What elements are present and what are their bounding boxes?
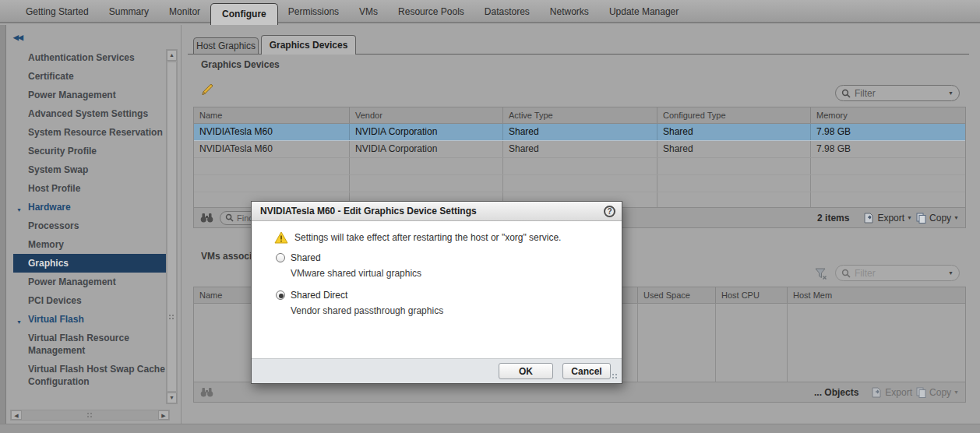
cell-active-type: Shared	[503, 124, 657, 140]
cell-memory: 7.98 GB	[811, 124, 965, 140]
copy-label: Copy	[929, 387, 951, 398]
export-dropdown-icon[interactable]: ▼	[907, 215, 912, 220]
export-icon	[863, 213, 875, 224]
filter-clear-icon	[814, 267, 828, 281]
window-bottom-strip	[0, 424, 980, 433]
column-header-active-type[interactable]: Active Type	[503, 107, 657, 123]
column-header-host-cpu[interactable]: Host CPU	[716, 287, 788, 303]
copy-dropdown-icon[interactable]: ▼	[954, 389, 959, 395]
sidebar-item-certificate[interactable]: Certificate	[13, 67, 169, 86]
dialog-header[interactable]: NVIDIATesla M60 - Edit Graphics Device S…	[252, 202, 622, 221]
sidebar-item-pci-devices[interactable]: PCI Devices	[13, 291, 169, 310]
clear-filter-button[interactable]	[814, 267, 828, 281]
help-icon[interactable]: ?	[604, 206, 615, 217]
export-icon	[871, 387, 883, 398]
radio-option-shared[interactable]: Shared	[276, 252, 321, 263]
tab-summary[interactable]: Summary	[99, 0, 159, 23]
cancel-button[interactable]: Cancel	[562, 363, 611, 379]
radio-selected-icon[interactable]	[276, 290, 285, 300]
sidebar-item-power-management[interactable]: Power Management	[13, 86, 169, 104]
scroll-down-icon[interactable]: ▼	[167, 393, 177, 403]
tab-networks[interactable]: Networks	[540, 0, 599, 23]
filter-dropdown-icon[interactable]: ▼	[948, 270, 954, 276]
scrollbar-grip	[169, 315, 174, 320]
export-button[interactable]: Export ▼	[863, 213, 912, 224]
sidebar-item-processors[interactable]: Processors	[13, 216, 169, 235]
sidebar-nav: Authentication Services Certificate Powe…	[13, 48, 169, 391]
column-header-vendor[interactable]: Vendor	[350, 107, 503, 123]
sidebar-section-hardware[interactable]: ▼Hardware	[13, 198, 169, 216]
sidebar-item-host-profile[interactable]: Host Profile	[13, 179, 169, 198]
empty-row	[194, 158, 965, 175]
tab-graphics-devices[interactable]: Graphics Devices	[261, 35, 356, 55]
find-binoculars-icon[interactable]	[200, 386, 213, 398]
sidebar-item-advanced-system-settings[interactable]: Advanced System Settings	[13, 104, 169, 123]
devices-filter-input[interactable]	[855, 88, 945, 99]
ok-button[interactable]: OK	[499, 363, 553, 379]
tab-host-graphics[interactable]: Host Graphics	[193, 37, 259, 55]
top-tab-bar: Getting Started Summary Monitor Configur…	[0, 0, 980, 23]
radio-option-shared-direct[interactable]: Shared Direct	[276, 290, 347, 301]
cell-memory: 7.98 GB	[811, 141, 965, 157]
scroll-left-icon[interactable]: ◀	[11, 410, 22, 420]
empty-row	[194, 175, 965, 192]
vsphere-configure-screen: Getting Started Summary Monitor Configur…	[0, 0, 980, 433]
copy-button[interactable]: Copy ▼	[915, 213, 959, 224]
cell-vendor: NVIDIA Corporation	[350, 141, 503, 157]
sidebar-item-vf-resource-management[interactable]: Virtual Flash Resource Management	[13, 329, 169, 360]
export-button-disabled[interactable]: Export	[871, 387, 912, 398]
graphics-devices-heading: Graphics Devices	[201, 59, 280, 70]
tab-datastores[interactable]: Datastores	[474, 0, 540, 23]
sidebar-item-system-resource-reservation[interactable]: System Resource Reservation	[13, 123, 169, 142]
radio-label: Shared Direct	[291, 290, 347, 301]
export-label: Export	[885, 387, 912, 398]
copy-dropdown-icon[interactable]: ▼	[954, 215, 959, 220]
sidebar-item-security-profile[interactable]: Security Profile	[13, 142, 169, 160]
edit-device-button[interactable]	[200, 82, 215, 97]
search-icon	[225, 213, 234, 222]
collapse-sidebar-icon[interactable]: ◀◀	[13, 33, 23, 41]
copy-button-disabled[interactable]: Copy ▼	[915, 387, 959, 398]
filter-dropdown-icon[interactable]: ▼	[948, 90, 954, 96]
vms-filter-input[interactable]	[855, 268, 945, 279]
sidebar-section-virtual-flash[interactable]: ▼Virtual Flash	[13, 310, 169, 329]
sidebar-item-system-swap[interactable]: System Swap	[13, 160, 169, 179]
column-header-used-space[interactable]: Used Space	[638, 287, 716, 303]
sidebar-vertical-scrollbar[interactable]: ▲ ▼	[166, 49, 178, 404]
sidebar-item-power-management-hw[interactable]: Power Management	[13, 273, 169, 291]
section-expand-icon: ▼	[16, 316, 22, 329]
sidebar-item-authentication-services[interactable]: Authentication Services	[13, 48, 169, 67]
tab-configure[interactable]: Configure	[210, 3, 278, 25]
tab-monitor[interactable]: Monitor	[159, 0, 210, 23]
radio-unselected-icon[interactable]	[276, 253, 285, 262]
radio-description: Vendor shared passthrough graphics	[291, 305, 443, 316]
column-header-host-mem[interactable]: Host Mem	[788, 287, 965, 303]
copy-label: Copy	[929, 213, 951, 224]
column-header-name[interactable]: Name	[194, 107, 350, 123]
find-binoculars-icon[interactable]	[200, 212, 213, 224]
column-header-configured-type[interactable]: Configured Type	[657, 107, 811, 123]
scroll-right-icon[interactable]: ▶	[158, 410, 169, 420]
cell-name: NVIDIATesla M60	[194, 124, 350, 140]
sidebar-item-graphics[interactable]: Graphics	[13, 254, 169, 273]
sidebar-item-vf-host-swap-cache[interactable]: Virtual Flash Host Swap Cache Configurat…	[13, 360, 169, 391]
device-row[interactable]: NVIDIATesla M60 NVIDIA Corporation Share…	[194, 141, 965, 158]
search-icon	[841, 89, 851, 98]
dialog-resize-grip[interactable]	[612, 374, 619, 381]
device-row-selected[interactable]: NVIDIATesla M60 NVIDIA Corporation Share…	[194, 124, 965, 141]
cell-active-type: Shared	[503, 141, 657, 157]
column-header-memory[interactable]: Memory	[811, 107, 965, 123]
search-icon	[841, 269, 851, 278]
tab-getting-started[interactable]: Getting Started	[16, 0, 99, 23]
sidebar-horizontal-scrollbar[interactable]: ◀ ▶	[10, 410, 170, 421]
dialog-footer: OK Cancel	[252, 358, 622, 383]
tab-permissions[interactable]: Permissions	[278, 0, 349, 23]
tab-resource-pools[interactable]: Resource Pools	[388, 0, 474, 23]
scroll-up-icon[interactable]: ▲	[167, 50, 177, 61]
sidebar-section-label: Hardware	[28, 202, 71, 213]
tab-vms[interactable]: VMs	[349, 0, 388, 23]
warning-triangle-icon	[274, 231, 288, 244]
scrollbar-thumb[interactable]	[167, 62, 177, 392]
sidebar-item-memory[interactable]: Memory	[13, 235, 169, 254]
tab-update-manager[interactable]: Update Manager	[599, 0, 689, 23]
